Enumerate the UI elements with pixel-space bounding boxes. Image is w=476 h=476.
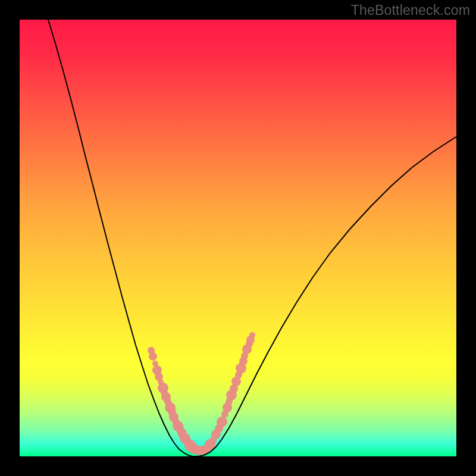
chart-overlay-svg [20, 20, 456, 456]
dot-right-dots [249, 332, 255, 338]
watermark-text: TheBottleneck.com [351, 2, 470, 18]
plot-area [20, 20, 456, 456]
curve-lines [48, 20, 456, 456]
series-left-curve [48, 20, 192, 456]
scatter-dots [148, 332, 255, 455]
chart-frame: TheBottleneck.com [0, 0, 476, 476]
dot-left-dots [149, 352, 157, 361]
dot-right-dots [217, 416, 227, 427]
